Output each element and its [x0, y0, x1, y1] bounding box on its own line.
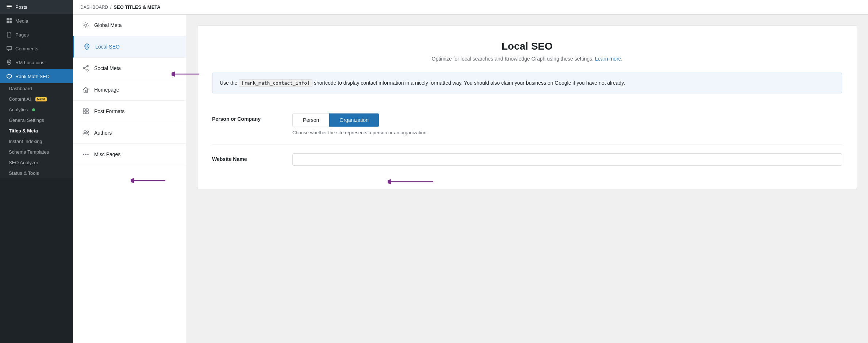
sidebar-item-pages-label: Pages [15, 32, 29, 38]
nav-item-global-meta[interactable]: Global Meta [73, 15, 186, 36]
main-area: DASHBOARD / SEO TITLES & META Global Met… [73, 0, 868, 343]
nav-item-local-seo[interactable]: Local SEO [73, 36, 186, 58]
info-shortcode: [rank_math_contact_info] [239, 79, 312, 87]
analytics-label: Analytics [9, 107, 28, 112]
gear-icon [82, 21, 90, 29]
website-name-input[interactable] [292, 153, 842, 166]
media-icon [6, 18, 12, 24]
info-text-after: shortcode to display contact information… [314, 80, 625, 86]
left-nav: Global Meta Local SEO Social Meta Homepa… [73, 15, 186, 343]
nav-item-homepage-label: Homepage [94, 87, 119, 93]
nav-item-social-meta[interactable]: Social Meta [73, 58, 186, 79]
pages-icon [6, 31, 12, 38]
sidebar-item-schema-templates[interactable]: Schema Templates [0, 147, 73, 157]
sidebar-item-pages[interactable]: Pages [0, 28, 73, 42]
svg-point-17 [84, 131, 86, 133]
nav-item-post-formats-label: Post Formats [94, 108, 124, 114]
analytics-dot [32, 108, 35, 111]
sidebar-item-rank-math[interactable]: Rank Math SEO [0, 69, 73, 83]
nav-item-authors[interactable]: Authors [73, 122, 186, 144]
sidebar-item-rank-math-label: Rank Math SEO [15, 74, 50, 79]
info-box: Use the [rank_math_contact_info] shortco… [212, 73, 842, 93]
website-name-control [292, 153, 842, 166]
svg-point-7 [8, 61, 10, 63]
home-icon [82, 86, 90, 94]
svg-rect-5 [7, 21, 9, 23]
svg-rect-1 [7, 6, 12, 7]
authors-icon [82, 129, 90, 137]
svg-rect-15 [83, 112, 85, 114]
page-title-section: Local SEO Optimize for local searches an… [212, 41, 842, 62]
posts-icon [6, 4, 12, 10]
nav-item-homepage[interactable]: Homepage [73, 79, 186, 101]
svg-point-10 [87, 65, 88, 67]
nav-item-post-formats[interactable]: Post Formats [73, 101, 186, 122]
sidebar-item-posts[interactable]: Posts [0, 0, 73, 14]
svg-rect-4 [9, 18, 12, 20]
misc-icon [82, 150, 90, 158]
status-tools-label: Status & Tools [9, 170, 39, 176]
sidebar-item-comments-label: Comments [15, 46, 38, 51]
sidebar-item-content-ai[interactable]: Content AI New! [0, 94, 73, 104]
social-icon [82, 64, 90, 72]
nav-item-misc-pages[interactable]: Misc Pages [73, 144, 186, 165]
nav-item-social-meta-label: Social Meta [94, 65, 121, 71]
content-area: Local SEO Optimize for local searches an… [186, 15, 868, 343]
info-text-before: Use the [220, 80, 237, 86]
svg-rect-6 [9, 21, 12, 23]
page-subtitle: Optimize for local searches and Knowledg… [212, 56, 842, 62]
seo-analyzer-label: SEO Analyzer [9, 160, 38, 165]
sidebar-item-rm-locations[interactable]: RM Locations [0, 55, 73, 69]
page-area-wrapper: Global Meta Local SEO Social Meta Homepa… [73, 15, 868, 343]
rank-math-icon [6, 73, 12, 80]
website-name-row: Website Name [212, 144, 842, 174]
svg-rect-0 [7, 5, 12, 5]
svg-point-18 [87, 131, 89, 133]
nav-item-misc-pages-label: Misc Pages [94, 151, 120, 157]
person-button[interactable]: Person [293, 113, 329, 127]
breadcrumb-dashboard[interactable]: DASHBOARD [80, 5, 108, 10]
sidebar-item-dashboard[interactable]: Dashboard [0, 83, 73, 94]
sidebar-item-instant-indexing[interactable]: Instant Indexing [0, 136, 73, 147]
svg-rect-16 [86, 112, 88, 114]
sidebar-item-titles-meta[interactable]: Titles & Meta [0, 126, 73, 136]
svg-point-11 [83, 68, 85, 69]
nav-item-authors-label: Authors [94, 130, 112, 136]
person-company-desc: Choose whether the site represents a per… [292, 130, 842, 135]
general-settings-label: General Settings [9, 117, 44, 123]
person-company-control: Person Organization Choose whether the s… [292, 113, 842, 135]
sidebar-item-seo-analyzer[interactable]: SEO Analyzer [0, 157, 73, 168]
svg-point-8 [85, 24, 87, 26]
content-ai-badge: New! [35, 97, 47, 101]
instant-indexing-label: Instant Indexing [9, 139, 42, 144]
svg-point-21 [88, 154, 88, 155]
page-title: Local SEO [212, 41, 842, 52]
person-company-row: Person or Company Person Organization Ch… [212, 104, 842, 144]
organization-button[interactable]: Organization [329, 113, 379, 127]
nav-item-global-meta-label: Global Meta [94, 22, 122, 28]
location-icon [6, 59, 12, 66]
sidebar-item-general-settings[interactable]: General Settings [0, 115, 73, 126]
sidebar: Posts Media Pages Comments RM Locations … [0, 0, 73, 343]
sidebar-item-status-tools[interactable]: Status & Tools [0, 168, 73, 178]
content-card: Local SEO Optimize for local searches an… [197, 26, 857, 189]
svg-point-19 [85, 154, 86, 155]
dashboard-label: Dashboard [9, 86, 32, 91]
sidebar-item-analytics[interactable]: Analytics [0, 104, 73, 115]
sidebar-item-rm-locations-label: RM Locations [15, 60, 44, 65]
svg-rect-14 [86, 109, 88, 111]
schema-templates-label: Schema Templates [9, 149, 49, 155]
learn-more-link[interactable]: Learn more [595, 56, 621, 62]
breadcrumb-current: SEO TITLES & META [114, 4, 160, 10]
sidebar-item-media-label: Media [15, 18, 28, 24]
svg-point-9 [86, 45, 88, 47]
svg-point-12 [87, 70, 88, 71]
sidebar-item-media[interactable]: Media [0, 14, 73, 28]
toggle-group: Person Organization [292, 113, 379, 127]
svg-rect-3 [7, 18, 9, 20]
sidebar-item-comments[interactable]: Comments [0, 42, 73, 55]
titles-meta-label: Titles & Meta [9, 128, 38, 134]
person-company-label: Person or Company [212, 113, 292, 122]
svg-rect-2 [7, 8, 10, 8]
post-formats-icon [82, 107, 90, 115]
